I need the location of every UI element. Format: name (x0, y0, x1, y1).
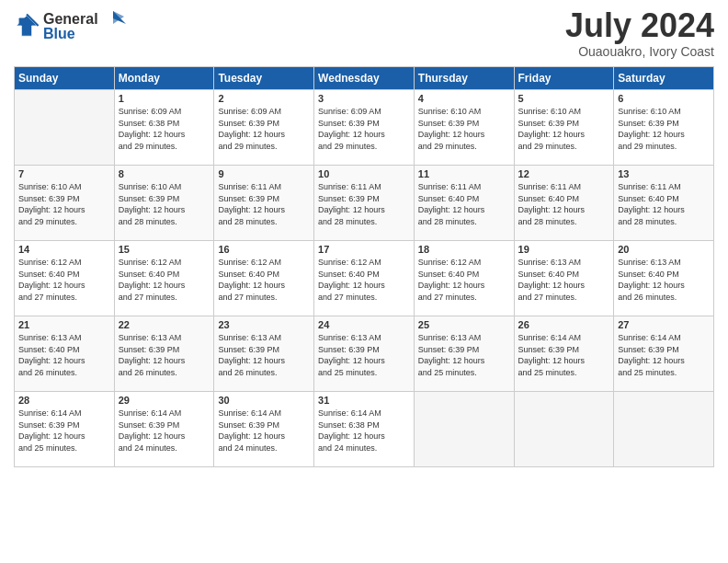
day-number: 20 (618, 244, 710, 255)
day-info: Sunrise: 6:13 AM Sunset: 6:40 PM Dayligh… (618, 257, 710, 303)
day-info: Sunrise: 6:10 AM Sunset: 6:39 PM Dayligh… (618, 106, 710, 152)
title-area: July 2024 Ouaouakro, Ivory Coast (565, 9, 714, 59)
day-info: Sunrise: 6:09 AM Sunset: 6:39 PM Dayligh… (318, 106, 410, 152)
calendar-cell: 21Sunrise: 6:13 AM Sunset: 6:40 PM Dayli… (15, 316, 115, 392)
day-number: 4 (418, 93, 510, 104)
day-number: 31 (318, 395, 410, 406)
day-info: Sunrise: 6:13 AM Sunset: 6:39 PM Dayligh… (119, 332, 210, 378)
calendar-cell: 29Sunrise: 6:14 AM Sunset: 6:39 PM Dayli… (114, 392, 214, 467)
day-info: Sunrise: 6:10 AM Sunset: 6:39 PM Dayligh… (119, 181, 210, 227)
calendar-cell: 31Sunrise: 6:14 AM Sunset: 6:38 PM Dayli… (314, 392, 415, 467)
calendar-cell (414, 392, 514, 467)
day-info: Sunrise: 6:11 AM Sunset: 6:40 PM Dayligh… (518, 181, 610, 227)
calendar-cell: 5Sunrise: 6:10 AM Sunset: 6:39 PM Daylig… (514, 90, 614, 166)
calendar-cell: 30Sunrise: 6:14 AM Sunset: 6:39 PM Dayli… (214, 392, 314, 467)
location: Ouaouakro, Ivory Coast (565, 44, 714, 59)
calendar-cell: 8Sunrise: 6:10 AM Sunset: 6:39 PM Daylig… (114, 166, 214, 241)
calendar-cell (15, 90, 115, 166)
calendar-cell: 15Sunrise: 6:12 AM Sunset: 6:40 PM Dayli… (114, 241, 214, 316)
calendar-cell (614, 392, 714, 467)
week-row-1: 1Sunrise: 6:09 AM Sunset: 6:38 PM Daylig… (15, 90, 714, 166)
week-row-5: 28Sunrise: 6:14 AM Sunset: 6:39 PM Dayli… (15, 392, 714, 467)
day-info: Sunrise: 6:14 AM Sunset: 6:39 PM Dayligh… (18, 408, 110, 454)
day-number: 25 (418, 319, 510, 330)
day-info: Sunrise: 6:10 AM Sunset: 6:39 PM Dayligh… (18, 181, 110, 227)
day-info: Sunrise: 6:11 AM Sunset: 6:40 PM Dayligh… (418, 181, 510, 227)
day-info: Sunrise: 6:12 AM Sunset: 6:40 PM Dayligh… (318, 257, 410, 303)
day-number: 19 (518, 244, 610, 255)
day-info: Sunrise: 6:14 AM Sunset: 6:39 PM Dayligh… (518, 332, 610, 378)
day-info: Sunrise: 6:10 AM Sunset: 6:39 PM Dayligh… (518, 106, 610, 152)
day-number: 15 (119, 244, 210, 255)
calendar-cell: 10Sunrise: 6:11 AM Sunset: 6:39 PM Dayli… (314, 166, 415, 241)
calendar-cell (514, 392, 614, 467)
calendar-cell: 7Sunrise: 6:10 AM Sunset: 6:39 PM Daylig… (15, 166, 115, 241)
calendar-cell: 23Sunrise: 6:13 AM Sunset: 6:39 PM Dayli… (214, 316, 314, 392)
svg-text:Blue: Blue (43, 26, 75, 41)
day-number: 5 (518, 93, 610, 104)
day-number: 2 (218, 93, 310, 104)
header: General Blue July 2024 Ouaouakro, Ivory … (14, 9, 714, 59)
day-number: 23 (218, 319, 310, 330)
calendar-cell: 24Sunrise: 6:13 AM Sunset: 6:39 PM Dayli… (314, 316, 415, 392)
day-header-thursday: Thursday (414, 67, 514, 90)
calendar-cell: 4Sunrise: 6:10 AM Sunset: 6:39 PM Daylig… (414, 90, 514, 166)
day-number: 28 (18, 395, 110, 406)
day-header-saturday: Saturday (614, 67, 714, 90)
week-row-2: 7Sunrise: 6:10 AM Sunset: 6:39 PM Daylig… (15, 166, 714, 241)
day-number: 3 (318, 93, 410, 104)
week-row-4: 21Sunrise: 6:13 AM Sunset: 6:40 PM Dayli… (15, 316, 714, 392)
day-number: 7 (18, 168, 110, 179)
day-header-wednesday: Wednesday (314, 67, 415, 90)
calendar-cell: 19Sunrise: 6:13 AM Sunset: 6:40 PM Dayli… (514, 241, 614, 316)
day-number: 1 (119, 93, 210, 104)
calendar-cell: 13Sunrise: 6:11 AM Sunset: 6:40 PM Dayli… (614, 166, 714, 241)
day-header-friday: Friday (514, 67, 614, 90)
page: General Blue July 2024 Ouaouakro, Ivory … (0, 0, 728, 563)
day-header-tuesday: Tuesday (214, 67, 314, 90)
day-info: Sunrise: 6:13 AM Sunset: 6:39 PM Dayligh… (418, 332, 510, 378)
calendar-cell: 26Sunrise: 6:14 AM Sunset: 6:39 PM Dayli… (514, 316, 614, 392)
day-number: 17 (318, 244, 410, 255)
day-info: Sunrise: 6:13 AM Sunset: 6:40 PM Dayligh… (18, 332, 110, 378)
day-info: Sunrise: 6:12 AM Sunset: 6:40 PM Dayligh… (218, 257, 310, 303)
calendar-cell: 25Sunrise: 6:13 AM Sunset: 6:39 PM Dayli… (414, 316, 514, 392)
calendar-cell: 17Sunrise: 6:12 AM Sunset: 6:40 PM Dayli… (314, 241, 415, 316)
day-info: Sunrise: 6:14 AM Sunset: 6:39 PM Dayligh… (119, 408, 210, 454)
calendar-cell: 6Sunrise: 6:10 AM Sunset: 6:39 PM Daylig… (614, 90, 714, 166)
day-info: Sunrise: 6:12 AM Sunset: 6:40 PM Dayligh… (418, 257, 510, 303)
day-info: Sunrise: 6:12 AM Sunset: 6:40 PM Dayligh… (119, 257, 210, 303)
day-info: Sunrise: 6:13 AM Sunset: 6:39 PM Dayligh… (318, 332, 410, 378)
day-number: 9 (218, 168, 310, 179)
day-number: 14 (18, 244, 110, 255)
day-info: Sunrise: 6:12 AM Sunset: 6:40 PM Dayligh… (18, 257, 110, 303)
day-info: Sunrise: 6:11 AM Sunset: 6:40 PM Dayligh… (618, 181, 710, 227)
day-number: 27 (618, 319, 710, 330)
calendar-cell: 28Sunrise: 6:14 AM Sunset: 6:39 PM Dayli… (15, 392, 115, 467)
week-row-3: 14Sunrise: 6:12 AM Sunset: 6:40 PM Dayli… (15, 241, 714, 316)
day-number: 16 (218, 244, 310, 255)
svg-rect-2 (19, 18, 26, 25)
day-number: 22 (119, 319, 210, 330)
day-info: Sunrise: 6:11 AM Sunset: 6:39 PM Dayligh… (318, 181, 410, 227)
day-number: 8 (119, 168, 210, 179)
calendar-cell: 3Sunrise: 6:09 AM Sunset: 6:39 PM Daylig… (314, 90, 415, 166)
day-info: Sunrise: 6:11 AM Sunset: 6:39 PM Dayligh… (218, 181, 310, 227)
calendar-cell: 11Sunrise: 6:11 AM Sunset: 6:40 PM Dayli… (414, 166, 514, 241)
calendar-cell: 20Sunrise: 6:13 AM Sunset: 6:40 PM Dayli… (614, 241, 714, 316)
day-number: 18 (418, 244, 510, 255)
day-info: Sunrise: 6:09 AM Sunset: 6:39 PM Dayligh… (218, 106, 310, 152)
calendar-cell: 16Sunrise: 6:12 AM Sunset: 6:40 PM Dayli… (214, 241, 314, 316)
day-number: 29 (119, 395, 210, 406)
calendar-cell: 2Sunrise: 6:09 AM Sunset: 6:39 PM Daylig… (214, 90, 314, 166)
day-info: Sunrise: 6:14 AM Sunset: 6:38 PM Dayligh… (318, 408, 410, 454)
day-info: Sunrise: 6:13 AM Sunset: 6:39 PM Dayligh… (218, 332, 310, 378)
calendar-cell: 22Sunrise: 6:13 AM Sunset: 6:39 PM Dayli… (114, 316, 214, 392)
day-number: 10 (318, 168, 410, 179)
day-info: Sunrise: 6:13 AM Sunset: 6:40 PM Dayligh… (518, 257, 610, 303)
day-info: Sunrise: 6:14 AM Sunset: 6:39 PM Dayligh… (218, 408, 310, 454)
month-title: July 2024 (565, 9, 714, 42)
day-info: Sunrise: 6:10 AM Sunset: 6:39 PM Dayligh… (418, 106, 510, 152)
day-number: 13 (618, 168, 710, 179)
calendar-table: SundayMondayTuesdayWednesdayThursdayFrid… (14, 66, 714, 467)
